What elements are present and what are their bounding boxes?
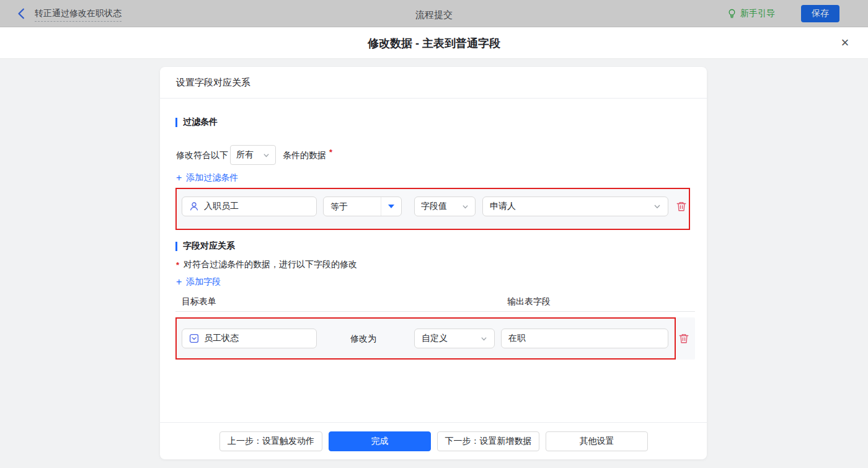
value-select[interactable]: 申请人 bbox=[482, 196, 668, 216]
prev-step-button[interactable]: 上一步：设置触发动作 bbox=[219, 431, 322, 451]
chevron-down-icon bbox=[263, 152, 270, 159]
footer-divider bbox=[160, 422, 707, 423]
chevron-down-icon bbox=[462, 203, 469, 210]
newbie-guide-label: 新手引导 bbox=[740, 8, 775, 19]
flow-name[interactable]: 转正通过修改在职状态 bbox=[35, 8, 122, 22]
trash-icon bbox=[678, 333, 689, 344]
operator-select[interactable]: 等于 bbox=[323, 196, 402, 216]
card-title: 设置字段对应关系 bbox=[176, 77, 250, 89]
modify-to-label: 修改为 bbox=[350, 329, 376, 348]
lightbulb-icon bbox=[727, 9, 737, 19]
plus-icon: + bbox=[176, 277, 182, 287]
next-step-button[interactable]: 下一步：设置新增数据 bbox=[437, 431, 539, 451]
value-type-select[interactable]: 字段值 bbox=[414, 196, 476, 216]
newbie-guide-button[interactable]: 新手引导 bbox=[727, 8, 775, 19]
required-mark: * bbox=[176, 260, 179, 270]
match-prefix-label: 修改符合以下 bbox=[176, 145, 228, 165]
target-field-select[interactable]: 员工状态 bbox=[182, 329, 317, 348]
delete-mapping-row-button[interactable] bbox=[678, 333, 690, 345]
topbar-center-title: 流程提交 bbox=[415, 9, 453, 21]
plus-icon: + bbox=[176, 173, 182, 183]
divider bbox=[160, 98, 707, 99]
close-icon[interactable]: × bbox=[837, 35, 853, 51]
section-bar bbox=[175, 242, 177, 251]
select-field-type-icon bbox=[189, 333, 199, 343]
topbar: 转正通过修改在职状态 流程提交 新手引导 保存 bbox=[0, 0, 868, 27]
other-settings-button[interactable]: 其他设置 bbox=[546, 431, 648, 451]
person-icon bbox=[189, 201, 199, 211]
add-field-link[interactable]: + 添加字段 bbox=[176, 276, 221, 288]
required-mark: * bbox=[329, 148, 332, 157]
settings-card: 设置字段对应关系 过滤条件 修改符合以下 所有 条件的数据 * + 添加过滤条件 bbox=[160, 67, 707, 459]
modal-header: 修改数据 - 主表到普通字段 × bbox=[0, 27, 868, 59]
table-header-divider bbox=[175, 311, 695, 312]
back-button[interactable] bbox=[16, 8, 27, 19]
match-scope-select[interactable]: 所有 bbox=[230, 145, 276, 165]
mapping-section-title: 字段对应关系 bbox=[175, 241, 235, 251]
filter-section-title: 过滤条件 bbox=[175, 117, 218, 127]
modal-title: 修改数据 - 主表到普通字段 bbox=[368, 36, 500, 51]
column-header-output-field: 输出表字段 bbox=[507, 296, 551, 307]
output-value-input[interactable] bbox=[501, 329, 668, 348]
section-bar bbox=[175, 118, 177, 127]
add-filter-condition-link[interactable]: + 添加过滤条件 bbox=[176, 172, 238, 183]
caret-down-icon bbox=[388, 205, 394, 208]
mapping-desc: 对符合过滤条件的数据，进行以下字段的修改 bbox=[184, 259, 357, 269]
save-button[interactable]: 保存 bbox=[801, 5, 839, 22]
match-suffix-label: 条件的数据 bbox=[283, 145, 326, 165]
chevron-down-icon bbox=[653, 203, 661, 210]
chevron-left-icon bbox=[16, 8, 27, 19]
delete-filter-row-button[interactable] bbox=[675, 201, 688, 213]
modal-body: 设置字段对应关系 过滤条件 修改符合以下 所有 条件的数据 * + 添加过滤条件 bbox=[0, 59, 868, 468]
screen: 转正通过修改在职状态 流程提交 新手引导 保存 修改数据 - 主表到普通字段 ×… bbox=[0, 0, 868, 468]
value-mode-select[interactable]: 自定义 bbox=[414, 329, 495, 348]
column-header-target-form: 目标表单 bbox=[182, 296, 216, 307]
chevron-down-icon bbox=[480, 335, 487, 342]
trash-icon bbox=[676, 201, 687, 212]
done-button[interactable]: 完成 bbox=[329, 431, 431, 451]
filter-field-select[interactable]: 入职员工 bbox=[182, 196, 317, 216]
operator-caret-button[interactable] bbox=[381, 197, 401, 216]
output-value-text[interactable] bbox=[508, 333, 661, 343]
